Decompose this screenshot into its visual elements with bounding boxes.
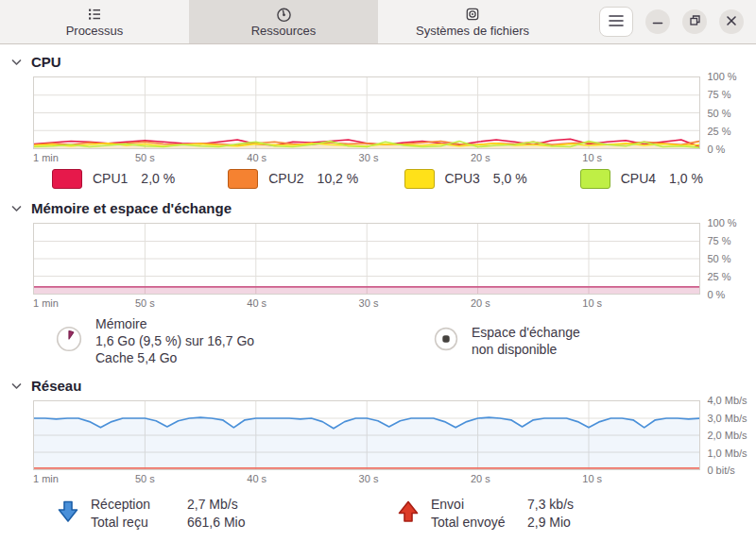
cpu1-color-swatch [52,169,82,189]
chevron-down-icon[interactable] [11,377,22,394]
cpu4-legend-item: CPU4 1,0 % [580,169,756,189]
swap-pie-icon [433,326,459,356]
tab-label: Ressources [251,24,317,38]
tab-processus[interactable]: Processus [0,0,189,43]
receive-label: Réception [91,496,187,514]
cpu-section-title: CPU [31,54,61,70]
send-total: 2,9 Mio [527,514,574,532]
cpu-x-axis: 1 min50 s40 s30 s20 s10 s [33,149,704,166]
close-icon [726,15,737,29]
tab-label: Processus [66,24,124,38]
y-tick-label: 100 % [707,217,736,228]
y-tick-label: 75 % [707,89,730,100]
memory-graph [33,223,700,295]
minimize-button[interactable] [645,9,670,34]
speedometer-icon [276,7,292,23]
memory-legend-title: Mémoire [95,315,254,332]
x-tick-label: 10 s [582,152,602,163]
disk-icon [465,7,480,23]
close-button[interactable] [719,9,744,34]
memory-usage-text: 1,6 Go (9,5 %) sur 16,7 Go [95,332,254,349]
network-graph [33,400,700,470]
cpu3-legend-item: CPU3 5,0 % [404,169,580,189]
x-tick-label: 30 s [359,152,379,163]
x-tick-label: 20 s [471,152,490,163]
memory-pie-icon [55,325,83,357]
send-total-label: Total envoyé [431,514,527,532]
network-y-axis: 4,0 Mb/s3,0 Mb/s2,0 Mb/s1,0 Mb/s0 bit/s [700,400,756,470]
process-list-icon [87,7,102,23]
y-tick-label: 50 % [707,253,730,264]
y-tick-label: 0 % [707,144,725,155]
x-tick-label: 30 s [359,297,379,309]
hamburger-menu-icon [609,15,624,29]
network-section-title: Réseau [31,378,81,394]
download-arrow-icon [55,499,81,529]
tab-systemes-de-fichiers[interactable]: Systèmes de fichiers [378,0,567,43]
network-section: Réseau 4,0 Mb/s3,0 Mb/s2,0 Mb/s1,0 Mb/s0… [0,368,756,534]
chevron-down-icon[interactable] [11,199,22,216]
cpu2-legend-item: CPU2 10,2 % [228,169,404,189]
x-tick-label: 50 s [135,297,155,309]
y-tick-label: 100 % [707,71,736,82]
cpu-section: CPU 100 %75 %50 %25 %0 % 1 min50 s40 s30… [0,44,756,191]
memory-section-title: Mémoire et espace d'échange [31,200,232,216]
restore-window-icon [689,14,701,29]
restore-window-button[interactable] [682,9,707,34]
x-tick-label: 1 min [33,152,59,163]
cpu2-label: CPU2 [268,171,303,186]
x-tick-label: 50 s [135,152,155,163]
y-tick-label: 0 bit/s [707,465,734,476]
cpu-y-axis: 100 %75 %50 %25 %0 % [700,76,756,149]
cpu1-value: 2,0 % [141,171,175,186]
cpu3-color-swatch [404,169,435,189]
header-bar: Processus Ressources Systèmes de fichier… [0,0,756,44]
upload-arrow-icon [395,499,421,529]
cpu4-label: CPU4 [621,171,656,186]
x-tick-label: 20 s [471,473,490,484]
memory-section: Mémoire et espace d'échange 100 %75 %50 … [0,191,756,368]
x-tick-label: 10 s [582,297,602,309]
receive-total-label: Total reçu [91,514,187,532]
x-tick-label: 1 min [33,297,59,309]
network-x-axis: 1 min50 s40 s30 s20 s10 s [33,470,704,487]
cpu1-label: CPU1 [93,171,128,186]
send-rate: 7,3 kb/s [527,496,574,514]
x-tick-label: 1 min [33,473,59,484]
cpu4-value: 1,0 % [669,171,703,186]
window-controls [599,0,756,43]
x-tick-label: 10 s [582,473,602,484]
send-legend-item: Envoi 7,3 kb/s Total envoyé 2,9 Mio [378,493,756,534]
minimize-icon [652,15,663,29]
cpu2-value: 10,2 % [318,171,359,186]
x-tick-label: 40 s [247,152,266,163]
swap-status-text: non disponible [472,341,580,358]
memory-cache-text: Cache 5,4 Go [95,349,254,366]
network-legend: Réception 2,7 Mb/s Total reçu 661,6 Mio … [0,493,756,534]
memory-legend: Mémoire 1,6 Go (9,5 %) sur 16,7 Go Cache… [0,313,756,368]
x-tick-label: 30 s [359,473,379,484]
tab-ressources[interactable]: Ressources [189,0,378,43]
memory-y-axis: 100 %75 %50 %25 %0 % [700,223,756,295]
cpu1-legend-item: CPU1 2,0 % [52,169,228,189]
cpu-graph [33,76,700,149]
receive-legend-item: Réception 2,7 Mb/s Total reçu 661,6 Mio [0,493,378,534]
cpu3-value: 5,0 % [493,171,527,186]
y-tick-label: 2,0 Mb/s [707,430,747,441]
x-tick-label: 20 s [471,297,490,309]
x-tick-label: 40 s [247,297,266,309]
y-tick-label: 25 % [707,126,730,137]
y-tick-label: 50 % [707,108,730,119]
hamburger-menu-button[interactable] [599,7,633,37]
tab-label: Systèmes de fichiers [416,24,529,38]
chevron-down-icon[interactable] [11,53,22,70]
send-label: Envoi [431,496,527,514]
memory-legend-item: Mémoire 1,6 Go (9,5 %) sur 16,7 Go Cache… [0,313,378,368]
cpu-legend: CPU1 2,0 % CPU2 10,2 % CPU3 5,0 % CPU4 1… [52,166,756,191]
y-tick-label: 0 % [707,289,725,300]
x-tick-label: 40 s [247,473,266,484]
cpu2-color-swatch [228,169,258,189]
y-tick-label: 1,0 Mb/s [707,448,747,459]
y-tick-label: 75 % [707,235,730,246]
cpu3-label: CPU3 [445,171,480,186]
